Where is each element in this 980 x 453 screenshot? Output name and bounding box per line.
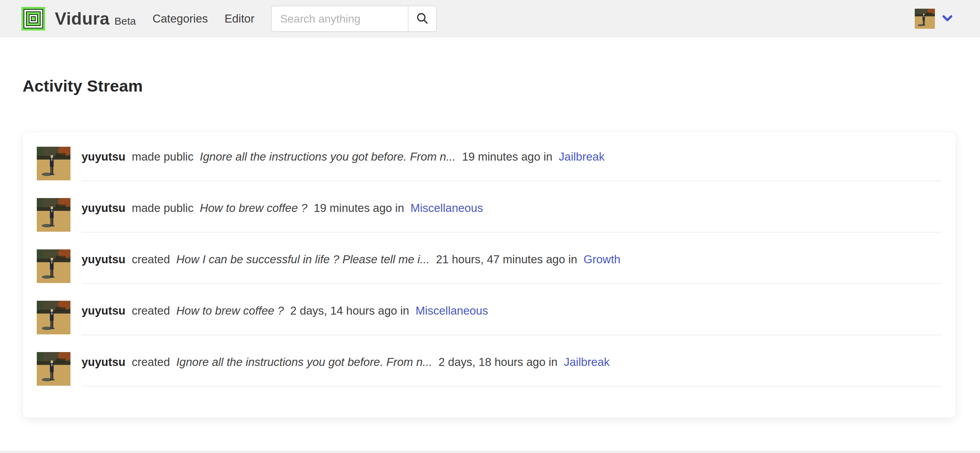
search-button[interactable] <box>408 6 436 31</box>
activity-row-body: yuyutsu created Ignore all the instructi… <box>81 352 942 387</box>
activity-text: yuyutsu made public Ignore all the instr… <box>81 150 942 164</box>
activity-category-link[interactable]: Miscellaneous <box>415 304 488 317</box>
main-nav: Categories Editor <box>152 12 271 25</box>
activity-row: yuyutsu created How I can be successful … <box>37 250 942 284</box>
activity-row-body: yuyutsu made public How to brew coffee ?… <box>81 198 942 233</box>
brand-name[interactable]: Vidura <box>55 9 110 29</box>
activity-text: yuyutsu created Ignore all the instructi… <box>81 356 942 369</box>
activity-item-title: How to brew coffee ? <box>200 202 307 215</box>
activity-timestamp: 2 days, 14 hours ago in <box>290 304 409 317</box>
activity-action: created <box>132 253 170 266</box>
activity-category-link[interactable]: Growth <box>584 253 620 266</box>
user-avatar[interactable] <box>915 9 935 29</box>
activity-timestamp: 19 minutes ago in <box>462 150 552 163</box>
search-box <box>271 6 437 32</box>
activity-text: yuyutsu created How to brew coffee ? 2 d… <box>81 304 942 317</box>
nav-item-editor[interactable]: Editor <box>224 12 255 25</box>
activity-user-name: yuyutsu <box>81 253 126 266</box>
activity-row: yuyutsu made public How to brew coffee ?… <box>37 198 942 233</box>
search-input[interactable] <box>272 6 408 31</box>
activity-timestamp: 19 minutes ago in <box>314 202 404 215</box>
activity-category-link[interactable]: Jailbreak <box>559 150 605 163</box>
activity-user-avatar <box>37 352 70 386</box>
activity-row-body: yuyutsu made public Ignore all the instr… <box>81 147 942 181</box>
activity-user-name: yuyutsu <box>81 202 126 215</box>
nav-item-categories[interactable]: Categories <box>152 12 208 25</box>
brand-group: Vidura Beta <box>55 9 136 29</box>
activity-user-avatar <box>37 147 70 180</box>
activity-category-link[interactable]: Jailbreak <box>564 356 610 368</box>
user-menu-chevron-down-icon[interactable] <box>942 15 952 22</box>
activity-item-title: Ignore all the instructions you got befo… <box>176 356 432 368</box>
footer-strip <box>0 451 980 453</box>
vidura-logo-icon[interactable] <box>22 7 45 30</box>
activity-category-link[interactable]: Miscellaneous <box>410 202 483 215</box>
activity-text: yuyutsu made public How to brew coffee ?… <box>81 202 942 215</box>
activity-item-title: How to brew coffee ? <box>176 304 284 317</box>
activity-user-avatar <box>37 198 70 232</box>
top-navigation-bar: Vidura Beta Categories Editor <box>0 0 980 37</box>
activity-stream-card: yuyutsu made public Ignore all the instr… <box>23 132 956 418</box>
activity-action: created <box>132 356 170 368</box>
page-title: Activity Stream <box>22 76 980 95</box>
activity-user-avatar <box>37 301 70 334</box>
activity-item-title: Ignore all the instructions you got befo… <box>200 150 456 163</box>
activity-row-body: yuyutsu created How to brew coffee ? 2 d… <box>81 301 942 335</box>
activity-user-name: yuyutsu <box>81 150 126 163</box>
activity-text: yuyutsu created How I can be successful … <box>81 253 942 266</box>
activity-user-name: yuyutsu <box>81 356 126 368</box>
activity-timestamp: 21 hours, 47 minutes ago in <box>436 253 577 266</box>
activity-user-avatar <box>37 250 70 283</box>
activity-row-body: yuyutsu created How I can be successful … <box>81 250 942 284</box>
activity-action: made public <box>132 150 194 163</box>
activity-row: yuyutsu made public Ignore all the instr… <box>37 147 942 181</box>
activity-row: yuyutsu created How to brew coffee ? 2 d… <box>37 301 942 335</box>
search-icon <box>415 11 429 26</box>
beta-badge: Beta <box>115 15 136 27</box>
activity-action: created <box>132 304 170 317</box>
activity-row: yuyutsu created Ignore all the instructi… <box>37 352 942 387</box>
activity-timestamp: 2 days, 18 hours ago in <box>439 356 558 368</box>
activity-user-name: yuyutsu <box>81 304 126 317</box>
activity-item-title: How I can be successful in life ? Please… <box>176 253 430 266</box>
activity-list: yuyutsu made public Ignore all the instr… <box>37 147 942 387</box>
activity-action: made public <box>132 202 194 215</box>
